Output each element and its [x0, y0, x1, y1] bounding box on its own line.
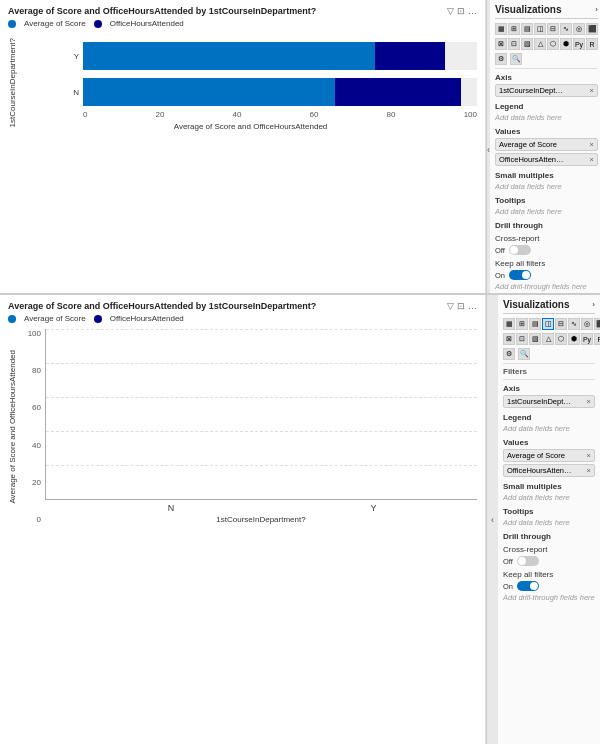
top-rpanel-content: Visualizations › ▦ ⊞ ▤ ◫ ⊟ ∿ ◎ ⬛ [490, 0, 600, 293]
vis-icon-15[interactable]: Py [573, 38, 585, 50]
top-keepfilters-toggle: On [495, 270, 598, 280]
x-label-n: N [111, 503, 232, 513]
bottom-rpanel-title-text: Visualizations [503, 299, 570, 310]
b-vis-icon-11[interactable]: ▧ [529, 333, 541, 345]
b-vis-icon-9[interactable]: ⊠ [503, 333, 515, 345]
vis-icon-2[interactable]: ⊞ [508, 23, 520, 35]
b-vis-icon-17[interactable]: ⚙ [503, 348, 515, 360]
top-keepfilters-toggle-control[interactable] [509, 270, 531, 280]
top-chart-body: 1stCourseInDepartment? Y [8, 34, 477, 131]
bottom-bars-area [45, 329, 477, 500]
bottom-crossreport-toggle-control[interactable] [517, 556, 539, 566]
b-vis-icon-4[interactable]: ◫ [542, 318, 554, 330]
focus-icon[interactable]: ⊡ [457, 6, 465, 16]
top-rpanel-title-text: Visualizations [495, 4, 562, 15]
top-drillthrough-add: Add drill-through fields here [495, 282, 598, 291]
x-label-60: 60 [310, 110, 319, 119]
b-vis-icon-15[interactable]: Py [581, 333, 593, 345]
vis-icon-17[interactable]: ⚙ [495, 53, 507, 65]
vis-icon-3[interactable]: ▤ [521, 23, 533, 35]
y-label-40: 40 [32, 441, 41, 450]
more-icon[interactable]: … [468, 6, 477, 16]
y-label-80: 80 [32, 366, 41, 375]
bottom-keepfilters-toggle-control[interactable] [517, 581, 539, 591]
vis-icon-6[interactable]: ∿ [560, 23, 572, 35]
top-axis-field-tag[interactable]: 1stCourseInDept… × [495, 84, 598, 97]
bottom-rpanel-content: Visualizations › ▦ ⊞ ▤ ◫ ⊟ ∿ ◎ ⬛ [498, 295, 600, 744]
vis-icon-18[interactable]: 🔍 [510, 53, 522, 65]
b-vis-icon-6[interactable]: ∿ [568, 318, 580, 330]
b-vis-icon-7[interactable]: ◎ [581, 318, 593, 330]
top-rpanel-collapse[interactable]: › [595, 5, 598, 14]
horiz-bar-label-y: Y [24, 52, 79, 61]
bottom-tooltips-add: Add data fields here [503, 518, 595, 527]
bottom-rpanel-collapse[interactable]: › [592, 300, 595, 309]
bottom-values-field-office[interactable]: OfficeHoursAtten… × [503, 464, 595, 477]
y-label-60: 60 [32, 403, 41, 412]
horiz-bar-dark-y [375, 42, 446, 70]
x-label-20: 20 [156, 110, 165, 119]
b-vis-icon-10[interactable]: ⊡ [516, 333, 528, 345]
bottom-smallmult-label: Small multiples [503, 482, 595, 491]
horiz-bar-label-n: N [24, 88, 79, 97]
gridline-20 [46, 465, 477, 466]
bottom-axis-field-close[interactable]: × [586, 397, 591, 406]
top-x-axis: 0 20 40 60 80 100 [24, 110, 477, 119]
vis-icon-7[interactable]: ◎ [573, 23, 585, 35]
bottom-vis-icons-row1: ▦ ⊞ ▤ ◫ ⊟ ∿ ◎ ⬛ [503, 318, 595, 330]
bottom-axis-label: Axis [503, 384, 595, 393]
filter-icon[interactable]: ▽ [447, 6, 454, 16]
bottom-axis-field-tag[interactable]: 1stCourseInDept… × [503, 395, 595, 408]
top-crossreport-toggle-control[interactable] [509, 245, 531, 255]
top-chart-area: Average of Score and OfficeHoursAttended… [0, 0, 485, 293]
vis-icon-14[interactable]: ⬢ [560, 38, 572, 50]
gridline-top [46, 329, 477, 330]
vis-icon-5[interactable]: ⊟ [547, 23, 559, 35]
b-vis-icon-12[interactable]: △ [542, 333, 554, 345]
vis-icon-12[interactable]: △ [534, 38, 546, 50]
top-tooltips-label: Tooltips [495, 196, 598, 205]
bottom-values-office-close[interactable]: × [586, 466, 591, 475]
top-axis-field-close[interactable]: × [589, 86, 594, 95]
bottom-y-axis-title-wrap: Average of Score and OfficeHoursAttended [8, 329, 22, 524]
bottom-right-panel-inner: ‹ Visualizations › ▦ ⊞ ▤ ◫ ⊟ ∿ ◎ [486, 295, 600, 744]
bottom-values-score-close[interactable]: × [586, 451, 591, 460]
b-vis-icon-3[interactable]: ▤ [529, 318, 541, 330]
top-values-office-close[interactable]: × [589, 155, 594, 164]
vis-icon-9[interactable]: ⊠ [495, 38, 507, 50]
bottom-values-label: Values [503, 438, 595, 447]
top-chart-header: Average of Score and OfficeHoursAttended… [8, 6, 477, 19]
bottom-filter-icon[interactable]: ▽ [447, 301, 454, 311]
vis-icon-11[interactable]: ▧ [521, 38, 533, 50]
vis-icon-4[interactable]: ◫ [534, 23, 546, 35]
b-vis-icon-8[interactable]: ⬛ [594, 318, 600, 330]
top-sep-1 [495, 68, 598, 69]
bottom-filters-arrow[interactable]: ‹ [486, 295, 498, 744]
b-vis-icon-2[interactable]: ⊞ [516, 318, 528, 330]
vis-icon-10[interactable]: ⊡ [508, 38, 520, 50]
bottom-rpanel-title: Visualizations › [503, 299, 595, 314]
bottom-values-field-score[interactable]: Average of Score × [503, 449, 595, 462]
b-vis-icon-14[interactable]: ⬢ [568, 333, 580, 345]
b-vis-icon-18[interactable]: 🔍 [518, 348, 530, 360]
top-extra-icons: ⚙ 🔍 [495, 53, 598, 65]
bottom-legend-dot-score [8, 315, 16, 323]
horiz-bar-dark-n [335, 78, 461, 106]
gridline-60 [46, 397, 477, 398]
vis-icon-8[interactable]: ⬛ [586, 23, 598, 35]
top-values-score-close[interactable]: × [589, 140, 594, 149]
vis-icon-16[interactable]: R [586, 38, 598, 50]
b-vis-icon-5[interactable]: ⊟ [555, 318, 567, 330]
vis-icon-1[interactable]: ▦ [495, 23, 507, 35]
bottom-more-icon[interactable]: … [468, 301, 477, 311]
top-axis-section: Axis 1stCourseInDept… × [495, 73, 598, 97]
b-vis-icon-1[interactable]: ▦ [503, 318, 515, 330]
b-vis-icon-13[interactable]: ⬡ [555, 333, 567, 345]
b-vis-icon-16[interactable]: R [594, 333, 600, 345]
bottom-focus-icon[interactable]: ⊡ [457, 301, 465, 311]
top-right-panel-inner: ‹ Visualizations › ▦ ⊞ ▤ ◫ ⊟ ∿ ◎ [486, 0, 600, 293]
x-label-40: 40 [233, 110, 242, 119]
top-values-field-score[interactable]: Average of Score × [495, 138, 598, 151]
top-values-field-office[interactable]: OfficeHoursAtten… × [495, 153, 598, 166]
vis-icon-13[interactable]: ⬡ [547, 38, 559, 50]
